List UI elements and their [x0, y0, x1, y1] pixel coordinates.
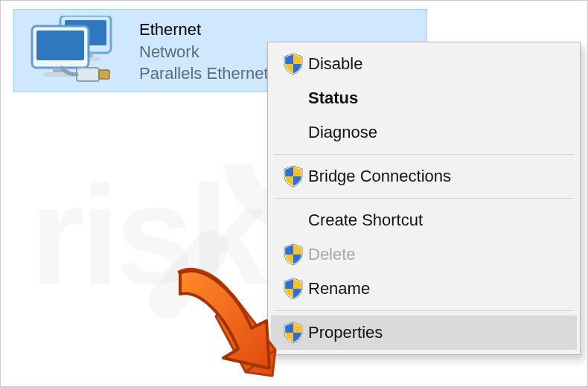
adapter-title: Ethernet: [139, 19, 330, 41]
menu-item-label: Disable: [308, 54, 362, 74]
menu-item-bridge-connections[interactable]: Bridge Connections: [271, 159, 577, 194]
svg-rect-5: [36, 31, 84, 60]
menu-separator: [274, 154, 574, 155]
uac-shield-icon: [284, 53, 303, 75]
menu-item-icon-slot: [278, 53, 308, 75]
menu-item-label: Properties: [308, 323, 383, 342]
menu-item-icon-slot: [278, 278, 308, 300]
menu-item-rename[interactable]: Rename: [271, 272, 577, 306]
menu-item-create-shortcut[interactable]: Create Shortcut: [271, 203, 577, 237]
menu-item-icon-slot: [278, 243, 308, 266]
network-adapter-icon: [28, 16, 124, 86]
menu-item-label: Create Shortcut: [308, 211, 423, 230]
menu-item-disable[interactable]: Disable: [271, 47, 577, 81]
menu-item-diagnose[interactable]: Diagnose: [271, 115, 577, 150]
uac-shield-icon: [284, 322, 303, 344]
menu-item-label: Delete: [308, 245, 356, 264]
svg-rect-9: [99, 70, 109, 79]
menu-item-label: Status: [308, 89, 358, 108]
menu-item-label: Rename: [308, 279, 370, 298]
context-menu: DisableStatusDiagnose Bridge Connections…: [267, 42, 581, 355]
menu-separator: [274, 198, 574, 199]
svg-rect-8: [77, 68, 99, 81]
uac-shield-icon: [284, 243, 303, 266]
uac-shield-icon: [284, 278, 303, 300]
menu-item-properties[interactable]: Properties: [271, 316, 577, 350]
menu-item-label: Diagnose: [308, 123, 377, 142]
menu-item-delete: Delete: [271, 237, 577, 272]
menu-item-label: Bridge Connections: [308, 167, 451, 186]
uac-shield-icon: [284, 165, 303, 188]
menu-separator: [274, 310, 574, 311]
menu-item-icon-slot: [278, 322, 308, 344]
menu-item-status[interactable]: Status: [271, 81, 577, 115]
menu-item-icon-slot: [278, 165, 308, 188]
